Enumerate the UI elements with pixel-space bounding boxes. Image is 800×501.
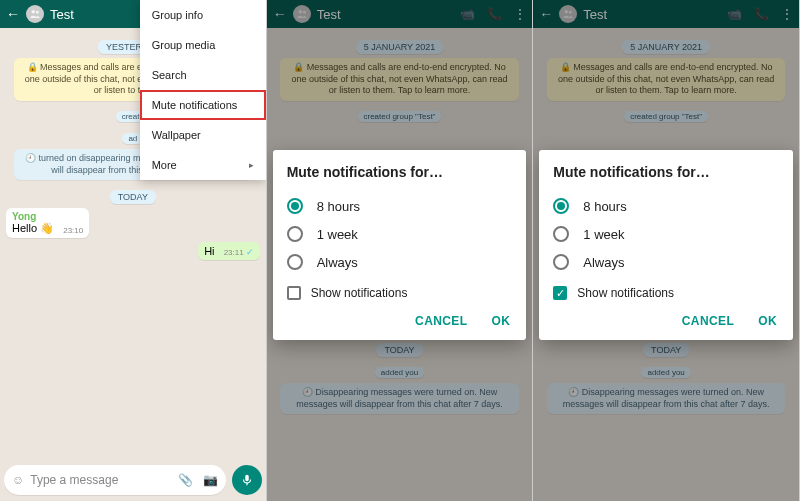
date-pill: TODAY (110, 190, 156, 204)
radio-icon (287, 198, 303, 214)
group-avatar[interactable] (26, 5, 44, 23)
compose-input[interactable]: ☺ Type a message 📎 📷 (4, 465, 226, 495)
menu-more[interactable]: More▸ (140, 150, 266, 180)
show-notifications-checkbox[interactable]: ✓Show notifications (553, 286, 779, 300)
option-always[interactable]: Always (287, 248, 513, 276)
composer: ☺ Type a message 📎 📷 (4, 465, 262, 495)
chevron-right-icon: ▸ (249, 160, 254, 170)
radio-icon (553, 226, 569, 242)
message-text: Hello 👋 (12, 222, 54, 234)
option-always[interactable]: Always (553, 248, 779, 276)
dialog-title: Mute notifications for… (553, 164, 779, 180)
cancel-button[interactable]: CANCEL (413, 310, 469, 332)
panel-dialog-checked: ← Test 📹 📞 ⋮ 5 JANUARY 2021 🔒 Messages a… (533, 0, 800, 501)
message-ts: 23:11 (218, 248, 244, 257)
show-notifications-checkbox[interactable]: Show notifications (287, 286, 513, 300)
radio-icon (553, 198, 569, 214)
option-8-hours[interactable]: 8 hours (553, 192, 779, 220)
menu-mute-notifications[interactable]: Mute notifications (140, 90, 266, 120)
option-1-week[interactable]: 1 week (287, 220, 513, 248)
option-1-week[interactable]: 1 week (553, 220, 779, 248)
menu-search[interactable]: Search (140, 60, 266, 90)
mute-dialog: Mute notifications for… 8 hours 1 week A… (539, 150, 793, 340)
cancel-button[interactable]: CANCEL (680, 310, 736, 332)
svg-point-0 (32, 10, 36, 13)
mute-dialog: Mute notifications for… 8 hours 1 week A… (273, 150, 527, 340)
ok-button[interactable]: OK (756, 310, 779, 332)
option-8-hours[interactable]: 8 hours (287, 192, 513, 220)
sender-name: Yong (12, 211, 83, 222)
overflow-menu: Group info Group media Search Mute notif… (140, 0, 266, 180)
dialog-title: Mute notifications for… (287, 164, 513, 180)
emoji-icon[interactable]: ☺ (12, 473, 24, 487)
panel-menu: ← Test YESTERDAY 🔒 Messages and calls ar… (0, 0, 267, 501)
menu-wallpaper[interactable]: Wallpaper (140, 120, 266, 150)
camera-icon[interactable]: 📷 (203, 473, 218, 487)
radio-icon (553, 254, 569, 270)
message-ts: 23:10 (57, 226, 83, 235)
compose-placeholder: Type a message (30, 473, 118, 487)
checkbox-icon (287, 286, 301, 300)
read-tick-icon: ✓ (244, 247, 254, 257)
attach-icon[interactable]: 📎 (178, 473, 193, 487)
menu-group-info[interactable]: Group info (140, 0, 266, 30)
back-icon[interactable]: ← (6, 6, 20, 22)
message-in[interactable]: Yong Hello 👋 23:10 (6, 208, 260, 238)
svg-point-1 (36, 11, 39, 14)
menu-group-media[interactable]: Group media (140, 30, 266, 60)
panel-dialog-unchecked: ← Test 📹 📞 ⋮ 5 JANUARY 2021 🔒 Messages a… (267, 0, 534, 501)
radio-icon (287, 254, 303, 270)
ok-button[interactable]: OK (490, 310, 513, 332)
checkbox-icon: ✓ (553, 286, 567, 300)
radio-icon (287, 226, 303, 242)
message-out[interactable]: Hi 23:11✓ (6, 242, 260, 260)
mic-button[interactable] (232, 465, 262, 495)
message-text: Hi (204, 245, 214, 257)
